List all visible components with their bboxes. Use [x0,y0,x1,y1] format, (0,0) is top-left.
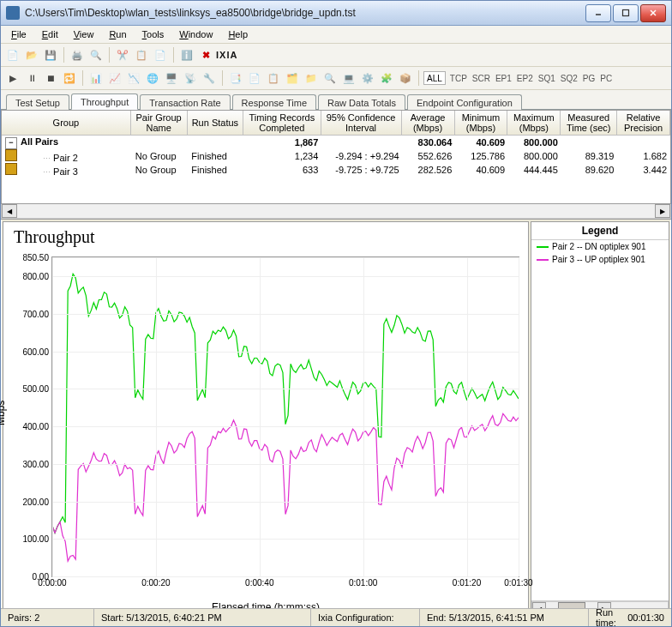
menu-file[interactable]: File [4,27,33,41]
table-row[interactable]: ⋯ Pair 3No GroupFinished633-9.725 : +9.7… [2,163,670,177]
minimize-button[interactable] [585,4,611,22]
filter-pg[interactable]: PG [583,74,595,83]
tab-endpoint-configuration[interactable]: Endpoint Configuration [407,94,522,110]
table-header: GroupPair Group NameRun StatusTiming Rec… [2,111,670,136]
filter-pc[interactable]: PC [600,74,612,83]
tab-throughput[interactable]: Throughput [71,93,138,110]
action-icon[interactable]: 🌐 [144,69,161,87]
y-tick: 600.00 [22,347,49,356]
x-tick: 0:01:30 [504,578,532,588]
menu-help[interactable]: Help [221,27,255,41]
open-icon[interactable]: 📂 [23,46,40,63]
menu-edit[interactable]: Edit [35,27,65,41]
menu-tools[interactable]: Tools [135,27,171,41]
table-row[interactable]: ⋯ Pair 2No GroupFinished1,234-9.294 : +9… [2,149,670,163]
maximize-button[interactable] [613,4,639,22]
x-tick: 0:00:40 [245,578,273,588]
ixia-brand-text: IXIA [216,50,237,60]
tab-strip: Test SetupThroughputTransaction RateResp… [1,90,671,110]
col-header[interactable]: Average (Mbps) [402,111,455,135]
action-icon[interactable]: 📋 [265,69,282,87]
app-icon [6,6,20,20]
y-tick: 100.00 [22,534,49,544]
col-header[interactable]: Pair Group Name [131,111,188,135]
status-ixia-config: Ixia Configuration: [311,609,420,626]
preview-icon[interactable]: 🔍 [87,46,105,63]
legend-item[interactable]: Pair 2 -- DN optiplex 901 [531,240,669,253]
filter-ep2[interactable]: EP2 [517,74,533,83]
x-tick: 0:00:00 [38,578,66,588]
status-end: End: 5/13/2015, 6:41:51 PM [420,609,589,626]
status-pairs: 2 [34,612,39,623]
y-tick: 400.00 [22,422,49,431]
close-button[interactable] [640,4,666,22]
action-icon[interactable]: 📑 [227,69,244,87]
y-axis-label: Mbps [0,401,7,425]
y-tick: 850.50 [22,253,49,262]
action-icon[interactable]: ⚙️ [359,69,376,87]
action-icon[interactable]: 🔧 [201,69,218,87]
toolbar-standard: 📄 📂 💾 🖨️ 🔍 ✂️ 📋 📄 ℹ️ ✖ IXIA [1,44,671,67]
col-header[interactable]: Run Status [188,111,244,135]
content-area: Throughput Mbps Elapsed time (h:mm:ss) 0… [1,219,671,619]
col-header[interactable]: Minimum (Mbps) [455,111,508,135]
action-icon[interactable]: 📉 [125,69,142,87]
filter-sq1[interactable]: SQ1 [538,74,555,83]
menu-window[interactable]: Window [172,27,219,41]
menu-view[interactable]: View [67,27,101,41]
svg-rect-1 [623,10,629,16]
filter-sq2[interactable]: SQ2 [561,74,578,83]
scroll-right-icon[interactable]: ▶ [655,204,670,218]
legend-item[interactable]: Pair 3 -- UP optiplex 901 [531,253,669,266]
action-icon[interactable]: 🔁 [61,69,78,87]
filter-scr[interactable]: SCR [472,74,490,83]
help-icon[interactable]: ℹ️ [178,46,195,63]
scroll-left-icon[interactable]: ◀ [2,204,17,218]
y-tick: 700.00 [22,309,49,318]
action-icon[interactable]: ⏹ [42,69,59,87]
action-icon[interactable]: 📁 [303,69,320,87]
action-icon[interactable]: 📡 [182,69,199,87]
col-header[interactable]: Relative Precision [617,111,670,135]
tab-raw-data-totals[interactable]: Raw Data Totals [318,94,405,110]
table-row[interactable]: −All Pairs1,867830.06440.609800.000 [2,136,670,149]
col-header[interactable]: Group [2,111,131,135]
filter-all[interactable]: ALL [423,71,446,85]
tab-transaction-rate[interactable]: Transaction Rate [140,94,230,110]
cut-icon[interactable]: ✂️ [114,46,131,63]
menu-bar: FileEditViewRunToolsWindowHelp [1,26,671,44]
action-icon[interactable]: ⏸ [23,69,40,87]
action-icon[interactable]: 📄 [246,69,263,87]
filter-ep1[interactable]: EP1 [495,74,512,83]
col-header[interactable]: Timing Records Completed [243,111,321,135]
action-icon[interactable]: 🧩 [378,69,395,87]
action-icon[interactable]: 🖥️ [163,69,180,87]
new-icon[interactable]: 📄 [4,46,21,63]
col-header[interactable]: Maximum (Mbps) [507,111,561,135]
x-tick: 0:00:20 [141,578,170,588]
action-icon[interactable]: 💻 [340,69,357,87]
action-icon[interactable]: 🗂️ [284,69,301,87]
action-icon[interactable]: 📈 [106,69,123,87]
col-header[interactable]: Measured Time (sec) [561,111,617,135]
action-icon[interactable]: 📦 [397,69,414,87]
action-icon[interactable]: 🔍 [321,69,339,87]
chart-plot-area[interactable]: 0.00100.00200.00300.00400.00500.00600.00… [51,256,519,577]
paste-icon[interactable]: 📄 [152,46,169,63]
tab-response-time[interactable]: Response Time [232,94,316,110]
status-start: Start: 5/13/2015, 6:40:21 PM [94,609,311,626]
filter-tcp[interactable]: TCP [450,74,467,83]
tab-test-setup[interactable]: Test Setup [6,94,69,110]
col-header[interactable]: 95% Confidence Interval [321,111,402,135]
legend-pane: Legend Pair 2 -- DN optiplex 901Pair 3 -… [531,221,669,618]
menu-run[interactable]: Run [102,27,133,41]
action-icon[interactable]: 📊 [87,69,105,87]
copy-icon[interactable]: 📋 [133,46,150,63]
collapse-icon[interactable]: − [5,137,17,149]
table-hscroll[interactable]: ◀ ▶ [1,204,671,219]
save-icon[interactable]: 💾 [42,46,59,63]
action-icon[interactable]: ▶ [4,69,21,87]
print-icon[interactable]: 🖨️ [69,46,86,63]
chart-pane: Throughput Mbps Elapsed time (h:mm:ss) 0… [3,221,529,618]
title-bar[interactable]: C:\Users\Tim\Desktop\wlan_tests\linksys_… [1,1,671,26]
